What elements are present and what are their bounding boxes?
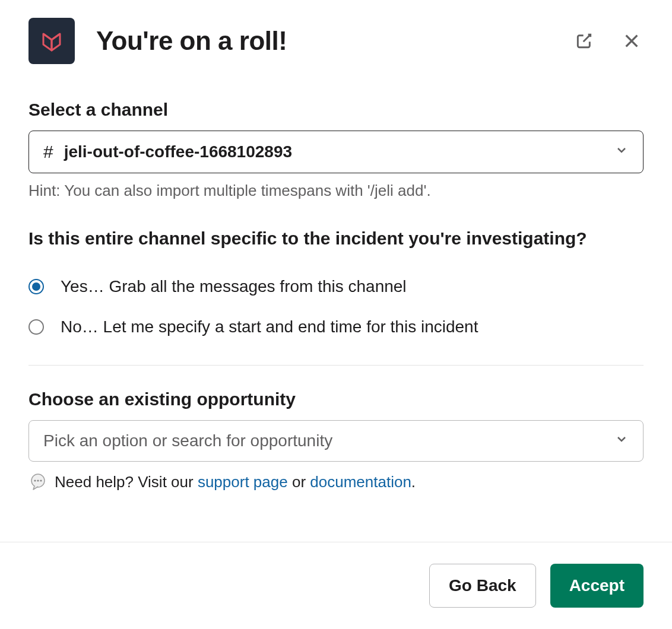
- radio-dot: [32, 282, 40, 291]
- svg-point-1: [34, 479, 36, 481]
- radio-indicator-unchecked: [28, 319, 44, 335]
- support-page-link[interactable]: support page: [198, 473, 288, 491]
- opportunity-label: Choose an existing opportunity: [28, 389, 644, 409]
- radio-indicator-checked: [28, 279, 44, 294]
- opportunity-placeholder: Pick an option or search for opportunity: [43, 431, 614, 450]
- helper-middle: or: [288, 473, 310, 491]
- header-actions: [572, 29, 644, 53]
- helper-suffix: .: [411, 473, 416, 491]
- channel-hint: Hint: You can also import multiple times…: [28, 182, 644, 200]
- documentation-link[interactable]: documentation: [310, 473, 411, 491]
- helper-prefix: Need help? Visit our: [55, 473, 198, 491]
- incident-question: Is this entire channel specific to the i…: [28, 226, 644, 251]
- hash-icon: #: [43, 142, 53, 162]
- close-button[interactable]: [620, 29, 644, 53]
- svg-point-3: [40, 479, 42, 481]
- channel-label: Select a channel: [28, 100, 644, 120]
- channel-select[interactable]: # jeli-out-of-coffee-1668102893: [28, 131, 644, 173]
- modal-header: You're on a roll!: [0, 0, 672, 76]
- radio-option-yes[interactable]: Yes… Grab all the messages from this cha…: [28, 277, 644, 296]
- radio-option-no[interactable]: No… Let me specify a start and end time …: [28, 317, 644, 336]
- channel-selected-value: jeli-out-of-coffee-1668102893: [64, 142, 614, 161]
- go-back-button[interactable]: Go Back: [429, 564, 536, 608]
- modal-content: Select a channel # jeli-out-of-coffee-16…: [0, 76, 672, 542]
- chevron-down-icon: [614, 142, 629, 161]
- radio-group: Yes… Grab all the messages from this cha…: [28, 277, 644, 336]
- open-external-button[interactable]: [572, 29, 596, 53]
- modal-footer: Go Back Accept: [0, 542, 672, 629]
- radio-label-no: No… Let me specify a start and end time …: [61, 317, 478, 336]
- jeli-app-icon: [28, 18, 75, 64]
- external-link-icon: [575, 31, 594, 50]
- modal-title: You're on a roll!: [96, 26, 572, 56]
- svg-point-2: [37, 479, 39, 481]
- chevron-down-icon: [614, 431, 629, 450]
- accept-button[interactable]: Accept: [550, 564, 644, 608]
- close-icon: [622, 31, 641, 50]
- section-divider: [28, 365, 644, 366]
- modal-container: You're on a roll! Select a channel # jel…: [0, 0, 672, 629]
- speech-bubble-icon: [28, 472, 47, 491]
- opportunity-select[interactable]: Pick an option or search for opportunity: [28, 420, 644, 462]
- radio-label-yes: Yes… Grab all the messages from this cha…: [61, 277, 407, 296]
- helper-text: Need help? Visit our support page or doc…: [28, 472, 644, 491]
